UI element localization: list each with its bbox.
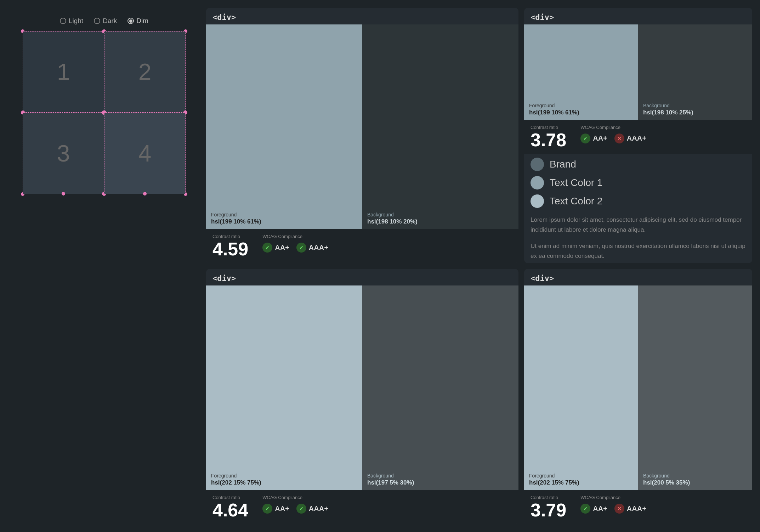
legend-label-text2: Text Color 2 xyxy=(550,196,602,207)
bg-value-top-left: hsl(198 10% 20%) xyxy=(367,218,514,225)
legend-dot-text1 xyxy=(531,176,544,189)
aaa-badge-top-right: ✕ AAA+ xyxy=(614,134,646,143)
grid-cell-4: 4 xyxy=(104,113,186,194)
stats-top-left: Contrast ratio 4.59 WCAG Compliance ✓ AA… xyxy=(206,229,518,263)
bg-swatch-bottom-right: Background hsl(200 5% 35%) xyxy=(638,285,752,490)
contrast-label-top-right: Contrast ratio xyxy=(531,125,566,130)
fg-value-bottom-left: hsl(202 15% 75%) xyxy=(211,479,357,486)
radio-dim-circle[interactable] xyxy=(127,18,134,24)
aa-icon-bottom-right: ✓ xyxy=(580,504,590,514)
bg-value-top-right: hsl(198 10% 25%) xyxy=(643,109,747,116)
radio-light[interactable]: Light xyxy=(60,17,83,25)
card-bottom-left: <div> Foreground hsl(202 15% 75%) Backgr… xyxy=(206,269,518,524)
stats-bottom-left: Contrast ratio 4.64 WCAG Compliance ✓ AA… xyxy=(206,490,518,524)
bg-label-bottom-left: Background xyxy=(367,473,514,479)
contrast-value-top-right: 3.78 xyxy=(531,131,566,149)
fg-value-top-right: hsl(199 10% 61%) xyxy=(529,109,633,116)
swatches-bottom-right: Foreground hsl(202 15% 75%) Background h… xyxy=(524,285,752,490)
bg-label-top-left: Background xyxy=(367,212,514,217)
fg-swatch-top-right: Foreground hsl(199 10% 61%) xyxy=(524,24,638,120)
aaa-icon-top-left: ✓ xyxy=(296,243,306,253)
card-title-bottom-right: <div> xyxy=(524,269,752,285)
fg-value-top-left: hsl(199 10% 61%) xyxy=(211,218,357,225)
contrast-block-bottom-left: Contrast ratio 4.64 xyxy=(212,495,248,519)
legend-label-brand: Brand xyxy=(550,159,576,170)
bg-value-bottom-left: hsl(197 5% 30%) xyxy=(367,479,514,486)
card-bottom-right: <div> Foreground hsl(202 15% 75%) Backgr… xyxy=(524,269,752,524)
contrast-block-bottom-right: Contrast ratio 3.79 xyxy=(531,495,566,519)
card-title-bottom-left: <div> xyxy=(206,269,518,285)
stats-top-right: Contrast ratio 3.78 WCAG Compliance ✓ AA… xyxy=(524,120,752,154)
contrast-label-bottom-right: Contrast ratio xyxy=(531,495,566,500)
contrast-value-bottom-left: 4.64 xyxy=(212,501,248,519)
card-top-right: <div> Foreground hsl(199 10% 61%) Backgr… xyxy=(524,8,752,263)
contrast-block-top-left: Contrast ratio 4.59 xyxy=(212,234,248,258)
aaa-badge-bottom-right: ✕ AAA+ xyxy=(614,504,646,514)
card-title-top-left: <div> xyxy=(206,8,518,24)
paragraph-1: Lorem ipsum dolor sit amet, consectetur … xyxy=(531,215,746,235)
aa-badge-bottom-left: ✓ AA+ xyxy=(262,504,289,514)
bg-swatch-bottom-left: Background hsl(197 5% 30%) xyxy=(362,285,518,490)
wcag-block-top-left: WCAG Compliance ✓ AA+ ✓ AAA+ xyxy=(262,234,328,253)
fg-swatch-bottom-left: Foreground hsl(202 15% 75%) xyxy=(206,285,362,490)
right-legend: Brand Text Color 1 Text Color 2 Lorem ip… xyxy=(524,154,752,263)
grid-cell-2: 2 xyxy=(104,31,186,113)
legend-label-text1: Text Color 1 xyxy=(550,177,602,188)
grid-canvas: 1 2 3 xyxy=(23,31,186,194)
aa-icon-top-left: ✓ xyxy=(262,243,272,253)
wcag-block-top-right: WCAG Compliance ✓ AA+ ✕ AAA+ xyxy=(580,125,646,143)
legend-dot-text2 xyxy=(531,194,544,208)
aaa-icon-top-right: ✕ xyxy=(614,134,624,143)
card-title-top-right: <div> xyxy=(524,8,752,24)
swatches-bottom-left: Foreground hsl(202 15% 75%) Background h… xyxy=(206,285,518,490)
card-top-left: <div> Foreground hsl(199 10% 61%) Backgr… xyxy=(206,8,518,263)
aa-icon-bottom-left: ✓ xyxy=(262,504,272,514)
aa-badge-top-left: ✓ AA+ xyxy=(262,243,289,253)
contrast-value-top-left: 4.59 xyxy=(212,240,248,258)
aa-badge-top-right: ✓ AA+ xyxy=(580,134,607,143)
legend-dot-brand xyxy=(531,158,544,171)
contrast-label-top-left: Contrast ratio xyxy=(212,234,248,239)
bg-label-bottom-right: Background xyxy=(643,473,747,479)
aaa-icon-bottom-right: ✕ xyxy=(614,504,624,514)
radio-group: Light Dark Dim xyxy=(60,17,148,25)
contrast-block-top-right: Contrast ratio 3.78 xyxy=(531,125,566,149)
fg-label-bottom-right: Foreground xyxy=(529,473,633,479)
wcag-label-bottom-right: WCAG Compliance xyxy=(580,495,646,500)
radio-dim[interactable]: Dim xyxy=(127,17,148,25)
contrast-value-bottom-right: 3.79 xyxy=(531,501,566,519)
bg-swatch-top-left: Background hsl(198 10% 20%) xyxy=(362,24,518,229)
swatches-top-right: Foreground hsl(199 10% 61%) Background h… xyxy=(524,24,752,120)
grid-cell-3: 3 xyxy=(23,113,104,194)
stats-bottom-right: Contrast ratio 3.79 WCAG Compliance ✓ AA… xyxy=(524,490,752,524)
fg-label-top-left: Foreground xyxy=(211,212,357,217)
fg-label-top-right: Foreground xyxy=(529,103,633,108)
radio-dark[interactable]: Dark xyxy=(94,17,117,25)
legend-item-brand: Brand xyxy=(531,158,746,171)
bg-label-top-right: Background xyxy=(643,103,747,108)
center-panel: Light Dark Dim xyxy=(5,8,203,524)
grid-cell-1: 1 xyxy=(23,31,104,113)
swatches-top-left: Foreground hsl(199 10% 61%) Background h… xyxy=(206,24,518,229)
radio-dark-circle[interactable] xyxy=(94,18,100,24)
radio-light-circle[interactable] xyxy=(60,18,66,24)
aaa-badge-bottom-left: ✓ AAA+ xyxy=(296,504,328,514)
bg-value-bottom-right: hsl(200 5% 35%) xyxy=(643,479,747,486)
wcag-block-bottom-right: WCAG Compliance ✓ AA+ ✕ AAA+ xyxy=(580,495,646,514)
wcag-label-top-right: WCAG Compliance xyxy=(580,125,646,130)
wcag-label-bottom-left: WCAG Compliance xyxy=(262,495,328,500)
fg-value-bottom-right: hsl(202 15% 75%) xyxy=(529,479,633,486)
fg-swatch-bottom-right: Foreground hsl(202 15% 75%) xyxy=(524,285,638,490)
aa-icon-top-right: ✓ xyxy=(580,134,590,143)
bg-swatch-top-right: Background hsl(198 10% 25%) xyxy=(638,24,752,120)
aa-badge-bottom-right: ✓ AA+ xyxy=(580,504,607,514)
legend-item-text2: Text Color 2 xyxy=(531,194,746,208)
fg-swatch-top-left: Foreground hsl(199 10% 61%) xyxy=(206,24,362,229)
contrast-label-bottom-left: Contrast ratio xyxy=(212,495,248,500)
paragraph-2: Ut enim ad minim veniam, quis nostrud ex… xyxy=(531,241,746,261)
fg-label-bottom-left: Foreground xyxy=(211,473,357,479)
wcag-label-top-left: WCAG Compliance xyxy=(262,234,328,239)
aaa-icon-bottom-left: ✓ xyxy=(296,504,306,514)
wcag-block-bottom-left: WCAG Compliance ✓ AA+ ✓ AAA+ xyxy=(262,495,328,514)
legend-item-text1: Text Color 1 xyxy=(531,176,746,189)
